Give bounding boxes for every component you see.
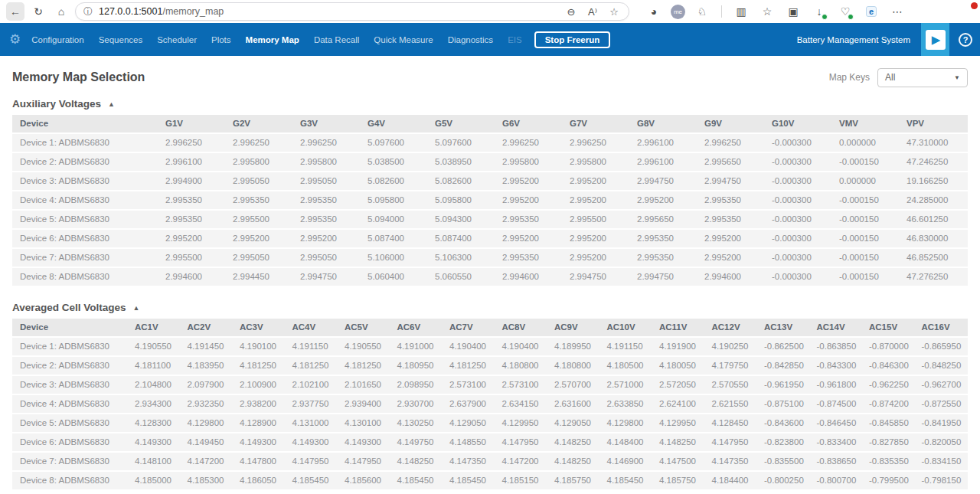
value-cell: 4.147950 (706, 433, 759, 451)
column-header: AC1V (129, 319, 181, 336)
value-cell: 4.148250 (548, 433, 601, 451)
add-favorite-icon[interactable]: ☆ (607, 5, 621, 18)
collapse-triangle-icon[interactable]: ▲ (133, 304, 140, 312)
value-cell: 2.995200 (227, 230, 294, 247)
value-cell: 5.106000 (361, 249, 429, 267)
value-cell: -0.000300 (766, 211, 833, 228)
favorites-icon[interactable]: ☆ (758, 2, 776, 21)
extension-icon[interactable]: ◕ (645, 2, 663, 21)
green-check-dot (822, 14, 828, 20)
url-bar-actions: ⊖A⁾☆ (564, 5, 621, 18)
value-cell: 2.995500 (564, 211, 631, 228)
value-cell: 2.995350 (631, 249, 698, 267)
home-icon[interactable]: ⌂ (52, 2, 70, 21)
split-screen-icon[interactable]: ▥ (732, 2, 750, 21)
map-keys-select[interactable]: All ▼ (877, 68, 968, 87)
profile-badge[interactable]: me (671, 5, 685, 19)
value-cell: 4.185000 (129, 472, 181, 489)
value-cell: 2.996250 (294, 134, 361, 152)
value-cell: -0.838650 (811, 453, 864, 470)
table-row: Device 8: ADBMS68304.1850004.1853004.186… (12, 472, 968, 489)
value-cell: 4.147950 (338, 453, 391, 470)
zoom-out-icon[interactable]: ⊖ (564, 5, 578, 18)
nav-item-sequences[interactable]: Sequences (99, 35, 143, 44)
nav-item-plots[interactable]: Plots (211, 35, 231, 44)
back-icon[interactable]: ← (6, 2, 24, 21)
value-cell: -0.962250 (863, 376, 916, 394)
value-cell: 2.994750 (564, 268, 631, 286)
stop-freerun-button[interactable]: Stop Freerun (534, 31, 611, 48)
value-cell: 2.937750 (286, 395, 339, 413)
extension-icon-2[interactable]: ♘ (693, 2, 711, 21)
value-cell: 4.148250 (391, 453, 444, 470)
section-averaged-cell-voltages[interactable]: Averaged Cell Voltages ▲ (12, 301, 968, 314)
more-menu-icon[interactable]: ⋯ (888, 2, 906, 21)
value-cell: 4.149300 (286, 433, 339, 451)
value-cell: 2.930700 (391, 395, 444, 413)
value-cell: 2.995650 (631, 211, 698, 228)
value-cell: -0.798150 (916, 472, 969, 489)
section-auxiliary-voltages[interactable]: Auxiliary Voltages ▲ (12, 97, 968, 110)
read-aloud-icon[interactable]: A⁾ (586, 5, 599, 18)
column-header: G5V (429, 115, 496, 132)
value-cell: 5.094300 (429, 211, 496, 228)
value-cell: 4.185750 (548, 472, 601, 489)
value-cell: 5.060400 (361, 268, 429, 286)
value-cell: 2.995050 (294, 249, 361, 267)
nav-item-eis[interactable]: EIS (508, 35, 522, 44)
value-cell: 24.285000 (900, 191, 968, 209)
value-cell: 4.148250 (653, 433, 706, 451)
value-cell: -0.827850 (863, 433, 916, 451)
value-cell: 4.185450 (286, 472, 339, 489)
nav-item-memory-map[interactable]: Memory Map (246, 35, 299, 44)
value-cell: 2.102100 (286, 376, 339, 394)
value-cell: 2.098950 (391, 376, 444, 394)
value-cell: 2.996250 (564, 134, 631, 152)
value-cell: 4.130250 (391, 414, 444, 432)
value-cell: 2.995350 (698, 211, 766, 228)
value-cell: 4.184400 (706, 472, 759, 489)
value-cell: 2.995050 (227, 249, 294, 267)
settings-gear-icon[interactable]: ⚙ (9, 31, 21, 47)
value-cell: 2.995200 (564, 230, 631, 247)
value-cell: -0.865950 (916, 338, 969, 355)
value-cell: -0.000300 (766, 230, 833, 247)
site-info-icon[interactable]: ⓘ (83, 5, 93, 18)
url-bar[interactable]: ⓘ 127.0.0.1:5001/memory_map ⊖A⁾☆ (75, 2, 629, 21)
nav-item-diagnostics[interactable]: Diagnostics (448, 35, 493, 44)
run-tile[interactable]: ▶ (921, 23, 949, 56)
browser-extensions-area: ◕me♘▥☆▣↓♡e⋯ (645, 2, 906, 21)
nav-item-configuration[interactable]: Configuration (31, 35, 83, 44)
value-cell: 5.082600 (429, 172, 496, 190)
value-cell: 4.128300 (129, 414, 181, 432)
browser-essentials-icon[interactable]: ♡ (836, 2, 854, 21)
device-cell: Device 5: ADBMS6830 (12, 211, 159, 228)
value-cell: -0.848250 (916, 357, 969, 375)
value-cell: 4.147350 (443, 453, 496, 470)
value-cell: 2.995650 (698, 153, 766, 171)
value-cell: 4.180800 (548, 357, 601, 375)
value-cell: -0.835350 (863, 453, 916, 470)
device-cell: Device 6: ADBMS6830 (12, 433, 129, 451)
refresh-icon[interactable]: ↻ (29, 2, 47, 21)
column-header: G6V (496, 115, 564, 132)
value-cell: -0.875100 (758, 395, 811, 413)
column-header: AC13V (758, 319, 811, 336)
value-cell: 4.181250 (338, 357, 391, 375)
value-cell: 4.181100 (129, 357, 181, 375)
value-cell: 2.995800 (294, 153, 361, 171)
value-cell: -0.000300 (766, 268, 833, 286)
nav-item-scheduler[interactable]: Scheduler (157, 35, 197, 44)
value-cell: 4.185600 (338, 472, 391, 489)
table-row: Device 3: ADBMS68302.9949002.9950502.995… (12, 172, 968, 190)
value-cell: 4.149450 (181, 433, 234, 451)
collapse-triangle-icon[interactable]: ▲ (108, 100, 115, 108)
value-cell: 2.939400 (338, 395, 391, 413)
edge-sidebar-icon[interactable]: e (862, 2, 880, 21)
nav-item-quick-measure[interactable]: Quick Measure (374, 35, 433, 44)
help-button[interactable]: ? (959, 33, 972, 47)
nav-item-data-recall[interactable]: Data Recall (314, 35, 359, 44)
downloads-icon[interactable]: ↓ (810, 2, 828, 21)
collections-icon[interactable]: ▣ (784, 2, 802, 21)
value-cell: 5.097600 (429, 134, 496, 152)
